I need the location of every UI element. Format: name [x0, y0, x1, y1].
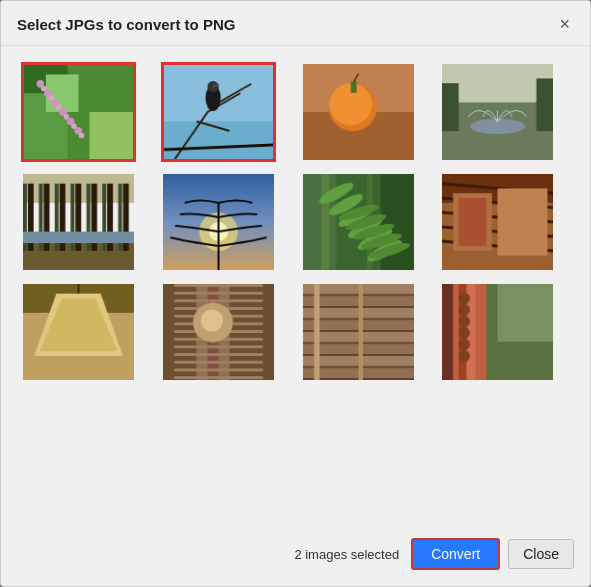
convert-button[interactable]: Convert [411, 538, 500, 570]
image-canvas [163, 284, 274, 380]
selected-count-text: 2 images selected [294, 547, 399, 562]
image-item-11[interactable] [301, 282, 416, 382]
image-canvas [442, 174, 553, 270]
image-canvas [23, 284, 134, 380]
image-item-7[interactable] [301, 172, 416, 272]
dialog: Select JPGs to convert to PNG × 2 images… [0, 0, 591, 587]
image-item-12[interactable] [440, 282, 555, 382]
image-item-9[interactable] [21, 282, 136, 382]
close-button[interactable]: Close [508, 539, 574, 569]
image-item-6[interactable] [161, 172, 276, 272]
image-item-4[interactable] [440, 62, 555, 162]
image-canvas [442, 64, 553, 160]
image-item-1[interactable] [21, 62, 136, 162]
dialog-body [1, 46, 590, 528]
image-canvas [164, 65, 273, 159]
image-item-8[interactable] [440, 172, 555, 272]
image-canvas [303, 284, 414, 380]
dialog-header: Select JPGs to convert to PNG × [1, 1, 590, 46]
image-canvas [24, 65, 133, 159]
image-item-5[interactable] [21, 172, 136, 272]
dialog-close-icon[interactable]: × [555, 13, 574, 35]
image-canvas [303, 174, 414, 270]
dialog-footer: 2 images selected Convert Close [1, 528, 590, 586]
image-item-10[interactable] [161, 282, 276, 382]
image-grid [21, 62, 570, 382]
dialog-title: Select JPGs to convert to PNG [17, 16, 235, 33]
image-item-3[interactable] [301, 62, 416, 162]
image-canvas [163, 174, 274, 270]
image-item-2[interactable] [161, 62, 276, 162]
image-canvas [442, 284, 553, 380]
image-canvas [303, 64, 414, 160]
image-canvas [23, 174, 134, 270]
